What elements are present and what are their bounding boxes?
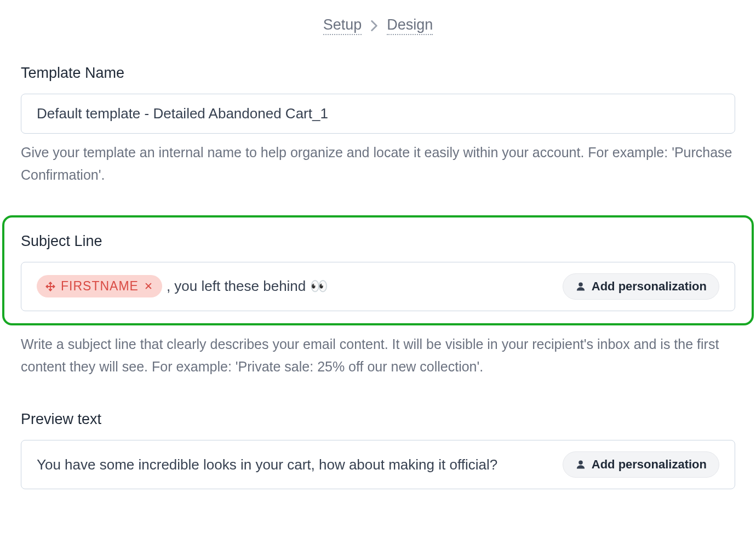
close-icon[interactable]: ✕ [144, 281, 153, 291]
template-name-section: Template Name Give your template an inte… [21, 65, 735, 187]
preview-text-input[interactable]: You have some incredible looks in your c… [21, 440, 735, 489]
person-icon [575, 281, 586, 292]
subject-line-input[interactable]: FIRSTNAME ✕ , you left these behind 👀 Ad… [21, 262, 735, 311]
chip-label: FIRSTNAME [61, 279, 139, 294]
preview-text-section: Preview text You have some incredible lo… [21, 411, 735, 489]
subject-line-help: Write a subject line that clearly descri… [21, 333, 735, 379]
add-personalization-button[interactable]: Add personalization [563, 273, 719, 300]
move-icon [45, 282, 55, 291]
chevron-right-icon [370, 20, 378, 31]
subject-line-section: Subject Line FIRSTNAME ✕ , you left thes… [2, 215, 754, 325]
svg-point-1 [579, 461, 583, 465]
preview-text-value[interactable]: You have some incredible looks in your c… [37, 454, 552, 476]
template-name-help: Give your template an internal name to h… [21, 141, 735, 187]
add-personalization-label-preview: Add personalization [592, 457, 707, 472]
template-name-input[interactable] [21, 94, 735, 134]
breadcrumb-setup[interactable]: Setup [323, 16, 362, 35]
preview-text-label: Preview text [21, 411, 735, 428]
template-name-label: Template Name [21, 65, 735, 82]
breadcrumb-design[interactable]: Design [387, 16, 433, 35]
add-personalization-button-preview[interactable]: Add personalization [563, 451, 719, 478]
add-personalization-label: Add personalization [592, 279, 707, 294]
breadcrumb: Setup Design [21, 16, 735, 35]
subject-line-label: Subject Line [21, 233, 735, 250]
person-icon [575, 459, 586, 470]
personalization-chip-firstname[interactable]: FIRSTNAME ✕ [37, 275, 162, 297]
svg-point-0 [579, 282, 583, 287]
subject-line-text[interactable]: , you left these behind 👀 [167, 278, 558, 295]
